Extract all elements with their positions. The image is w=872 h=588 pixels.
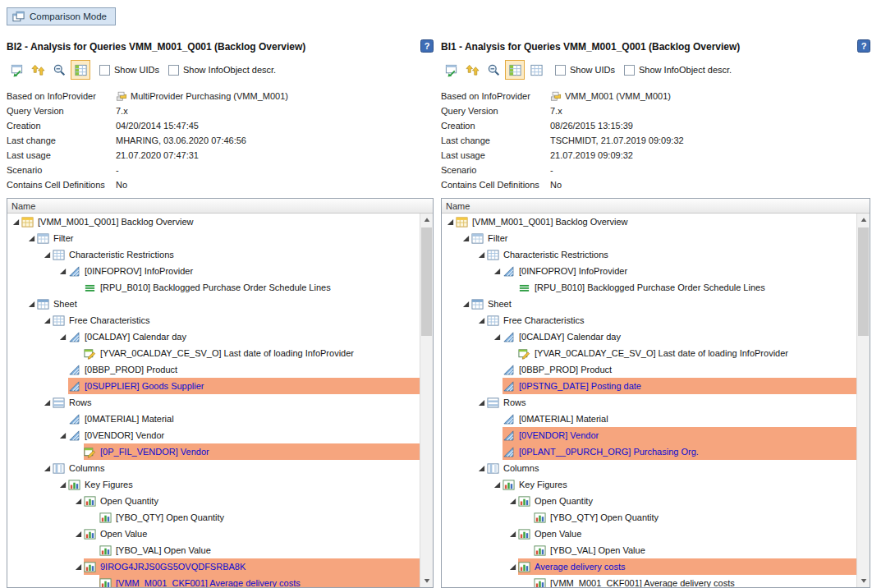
expander-icon[interactable] [57,432,68,439]
zoom-out-button[interactable] [484,60,503,80]
grid-view-button[interactable] [526,60,546,80]
expander-icon[interactable] [42,399,53,407]
help-icon[interactable]: ? [420,39,434,53]
tree-node[interactable]: 9IROG4JRJS0GS5OVQDFSRBA8K [7,558,420,575]
tree-node[interactable]: [YBO_VAL] Open Value [7,542,420,558]
expander-icon[interactable] [492,481,503,489]
expander-icon[interactable] [445,218,456,226]
tree-node[interactable]: [RPU_B010] Backlogged Purchase Order Sch… [7,279,420,296]
tree-node[interactable]: [0INFOPROV] InfoProvider [442,263,856,279]
expander-icon[interactable] [57,333,68,341]
tree-node[interactable]: [YBO_VAL] Open Value [442,542,856,558]
scrollbar-thumb[interactable] [421,227,432,336]
expander-icon[interactable] [461,235,471,242]
tree-node[interactable]: [VMM_M001_Q001] Backlog Overview [442,214,856,230]
scroll-down-button[interactable] [857,574,870,587]
tree-node[interactable]: [VMM_M001_Q001] Backlog Overview [7,214,420,230]
tree-node[interactable]: [YBO_QTY] Open Quantity [7,509,420,526]
expander-icon[interactable] [492,333,503,341]
expander-icon[interactable] [507,563,518,571]
tree-node[interactable]: Characteristic Restrictions [7,246,420,263]
checkbox-box[interactable] [99,65,110,76]
tree-node[interactable]: [RPU_B010] Backlogged Purchase Order Sch… [442,279,856,296]
expander-icon[interactable] [73,531,84,538]
tree-node[interactable]: [0CALDAY] Calendar day [7,328,420,345]
scroll-up-button[interactable] [420,214,433,227]
tree-node[interactable]: Open Value [442,526,856,542]
expander-icon[interactable] [476,399,487,407]
display-query-button[interactable] [441,60,461,80]
tree-node[interactable]: Open Quantity [7,493,420,509]
expander-icon[interactable] [507,531,518,538]
help-icon[interactable]: ? [857,39,870,53]
checkbox-box[interactable] [555,65,566,76]
tree-node[interactable]: [0BBP_PROD] Product [442,361,856,378]
expander-icon[interactable] [461,301,471,308]
expander-icon[interactable] [476,465,487,472]
expander-icon[interactable] [57,268,68,275]
expander-icon[interactable] [42,317,53,324]
tree-node[interactable]: Columns [442,460,856,476]
tree-node[interactable]: Open Quantity [442,493,856,509]
show-infoobject-descr-checkbox[interactable]: Show InfoObject descr. [168,65,276,76]
tree-node[interactable]: [0MATERIAL] Material [7,411,420,427]
tree-node[interactable]: [0CALDAY] Calendar day [442,328,856,345]
expander-icon[interactable] [476,251,487,259]
tree-node[interactable]: Key Figures [7,476,420,493]
scrollbar-thumb[interactable] [858,227,869,336]
zoom-out-button[interactable] [49,60,69,80]
tree-node[interactable]: Sheet [442,296,856,312]
tree-node[interactable]: [0PSTNG_DATE] Posting date [442,378,856,394]
transfer-query-button[interactable] [28,60,48,80]
tree-node[interactable]: Rows [442,394,856,411]
tree-node[interactable]: Key Figures [442,476,856,493]
tree-node[interactable]: Sheet [7,296,420,312]
tree-node[interactable]: Free Characteristics [7,312,420,328]
expander-icon[interactable] [507,498,518,505]
tree-node[interactable]: [VMM_M001_CKF001] Average delivery costs [442,575,856,587]
tree-node[interactable]: Free Characteristics [442,312,856,328]
expander-icon[interactable] [26,235,37,242]
tree-node[interactable]: [YBO_QTY] Open Quantity [442,509,856,526]
tree-node[interactable]: [YVAR_0CALDAY_CE_SV_O] Last date of load… [442,345,856,361]
tree-node[interactable]: [0INFOPROV] InfoProvider [7,263,420,279]
expander-icon[interactable] [73,563,84,571]
tree-node[interactable]: Rows [7,394,420,411]
show-uids-checkbox[interactable]: Show UIDs [99,65,159,76]
expander-icon[interactable] [11,218,21,226]
technical-names-view-button[interactable] [71,60,90,80]
expander-icon[interactable] [42,465,53,472]
checkbox-box[interactable] [168,65,179,76]
comparison-mode-button[interactable]: Comparison Mode [7,7,116,25]
vertical-scrollbar[interactable] [420,214,433,587]
expander-icon[interactable] [57,481,68,489]
tree-node[interactable]: [VMM_M001_CKF001] Average delivery costs [7,575,420,587]
tree-node[interactable]: [0P_FIL_VENDOR] Vendor [7,443,420,460]
vertical-scrollbar[interactable] [856,214,870,587]
scroll-down-button[interactable] [420,574,433,587]
expander-icon[interactable] [476,317,487,324]
tree-node[interactable]: Average delivery costs [442,558,856,575]
technical-names-view-button[interactable] [505,60,525,80]
tree-node[interactable]: Characteristic Restrictions [442,246,856,263]
scrollbar-track[interactable] [857,227,870,574]
tree-node[interactable]: Open Value [7,526,420,542]
tree-node[interactable]: [0VENDOR] Vendor [442,427,856,443]
tree-node[interactable]: Filter [7,230,420,246]
display-query-button[interactable] [7,60,26,80]
tree-node[interactable]: [0VENDOR] Vendor [7,427,420,443]
expander-icon[interactable] [42,251,53,259]
tree-node[interactable]: [0SUPPLIER] Goods Supplier [7,378,420,394]
scrollbar-track[interactable] [420,227,433,574]
tree-node[interactable]: [0PLANT__0PURCH_ORG] Purchasing Org. [442,443,856,460]
tree-node[interactable]: Columns [7,460,420,476]
tree-node[interactable]: [YVAR_0CALDAY_CE_SV_O] Last date of load… [7,345,420,361]
checkbox-box[interactable] [624,65,635,76]
show-infoobject-descr-checkbox[interactable]: Show InfoObject descr. [624,65,732,76]
expander-icon[interactable] [26,301,37,308]
scroll-up-button[interactable] [857,214,870,227]
expander-icon[interactable] [492,268,503,275]
tree-node[interactable]: [0BBP_PROD] Product [7,361,420,378]
tree-node[interactable]: Filter [442,230,856,246]
transfer-query-button[interactable] [462,60,482,80]
